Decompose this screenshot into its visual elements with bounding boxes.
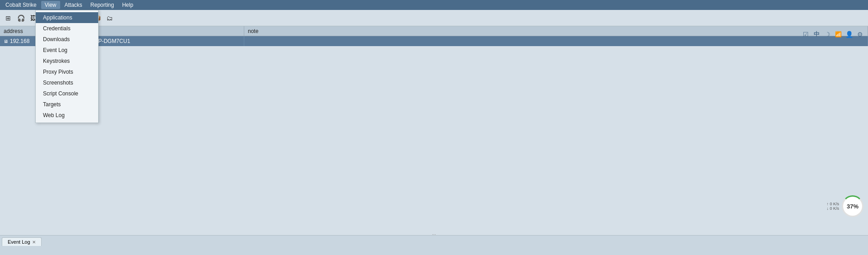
right-icons-panel: ☑ 中 ☽ 📶 👤 ⚙ [801, 30, 864, 39]
menu-help[interactable]: Help [119, 1, 137, 9]
menu-view[interactable]: View [41, 1, 60, 9]
view-dropdown-menu: Applications Credentials Downloads Event… [35, 10, 99, 123]
menu-item-script-console[interactable]: Script Console [36, 88, 98, 99]
table-header: address name note [0, 26, 868, 36]
table-row[interactable]: 🖥 192.168 DESKTOP-DGM7CU1 [0, 36, 868, 46]
menu-item-credentials[interactable]: Credentials [36, 23, 98, 34]
moon-icon[interactable]: ☽ [823, 30, 832, 39]
menu-reporting[interactable]: Reporting [87, 1, 118, 9]
menu-item-web-log[interactable]: Web Log [36, 110, 98, 121]
tab-event-log[interactable]: Event Log ✕ [2, 237, 42, 246]
toolbar-box-btn[interactable]: 🗂 [104, 13, 115, 24]
network-widget: ↑ 0 K/s ↓ 0 K/s 37% [826, 195, 863, 217]
upload-speed: ↑ 0 K/s [826, 202, 839, 206]
menu-item-downloads[interactable]: Downloads [36, 34, 98, 45]
chinese-icon[interactable]: 中 [812, 30, 821, 39]
network-info: ↑ 0 K/s ↓ 0 K/s [826, 202, 839, 211]
cpu-circle: 37% [842, 195, 863, 217]
signal-icon[interactable]: 📶 [834, 30, 843, 39]
tab-event-log-close[interactable]: ✕ [32, 240, 36, 245]
download-speed: ↓ 0 K/s [826, 206, 839, 211]
menu-item-screenshots[interactable]: Screenshots [36, 77, 98, 88]
check-icon[interactable]: ☑ [801, 30, 810, 39]
menu-item-event-log[interactable]: Event Log [36, 45, 98, 56]
main-area: address name note 🖥 192.168 DESKTOP-DGM7… [0, 26, 868, 235]
menu-attacks[interactable]: Attacks [61, 1, 86, 9]
cpu-percent: 37% [847, 203, 859, 210]
user-icon[interactable]: 👤 [844, 30, 854, 39]
toolbar-listener-btn[interactable]: 🎧 [15, 13, 26, 24]
menu-item-proxy-pivots[interactable]: Proxy Pivots [36, 66, 98, 77]
toolbar-new-btn[interactable]: ⊞ [3, 13, 14, 24]
tab-event-log-label: Event Log [8, 239, 30, 245]
table-area: address name note 🖥 192.168 DESKTOP-DGM7… [0, 26, 868, 235]
bottom-tabs-area: Event Log ✕ [0, 235, 868, 255]
gear-icon[interactable]: ⚙ [855, 30, 864, 39]
menu-item-targets[interactable]: Targets [36, 99, 98, 110]
menu-bar: Cobalt Strike View Attacks Reporting Hel… [0, 0, 868, 10]
menu-item-applications[interactable]: Applications [36, 12, 98, 23]
col-header-note: note [244, 26, 868, 36]
menu-item-keystrokes[interactable]: Keystrokes [36, 56, 98, 66]
row-computer-icon: 🖥 [4, 39, 8, 44]
menu-cobalt-strike[interactable]: Cobalt Strike [2, 1, 40, 9]
cell-note [244, 36, 868, 46]
toolbar: ⊞ 🎧 🖼 ⚙ 📄 🌐 🔗 📦 🗂 [0, 10, 868, 26]
